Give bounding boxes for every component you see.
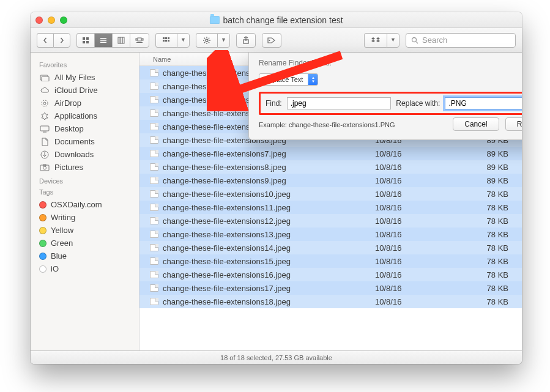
action-menu-button[interactable]: ▼ (217, 33, 230, 48)
svg-point-30 (269, 40, 270, 41)
file-size: 78 KB (467, 243, 522, 253)
sidebar-item-label: Pictures (54, 163, 83, 172)
file-icon (148, 150, 160, 157)
tag-dot-icon (39, 214, 46, 221)
svg-point-35 (43, 102, 46, 105)
sidebar-tag-yellow[interactable]: Yellow (37, 224, 139, 237)
list-view-button[interactable] (94, 33, 112, 48)
share-icon (242, 36, 250, 45)
sidebar-item-applications[interactable]: Applications (37, 109, 139, 122)
close-button[interactable] (35, 17, 43, 24)
cancel-button[interactable]: Cancel (453, 117, 499, 131)
share-button[interactable] (236, 33, 256, 48)
file-size: 78 KB (467, 257, 522, 266)
file-date: 10/8/16 (375, 203, 467, 212)
sidebar-item-all-my-files[interactable]: All My Files (37, 71, 139, 84)
sidebar-item-label: AirDrop (54, 98, 81, 108)
file-icon (148, 96, 160, 103)
applications-icon (39, 112, 50, 120)
sidebar-item-label: iO (51, 264, 59, 273)
coverflow-view-button[interactable] (130, 33, 149, 48)
forward-button[interactable] (53, 33, 70, 48)
file-icon (148, 204, 160, 211)
file-icon (148, 190, 160, 198)
sidebar: Favorites All My Files iCloud Drive AirD… (31, 53, 139, 350)
dropbox-icon (371, 37, 381, 44)
sidebar-item-downloads[interactable]: Downloads (37, 148, 139, 161)
rename-mode-popup[interactable]: Replace Text ▲▼ (259, 73, 318, 86)
sidebar-item-airdrop[interactable]: AirDrop (37, 97, 139, 109)
sidebar-tag-blue[interactable]: Blue (37, 250, 139, 262)
table-row[interactable]: change-these-file-extensions7.jpeg10/8/1… (139, 147, 522, 160)
sidebar-item-label: All My Files (54, 73, 95, 82)
dropbox-menu-button[interactable]: ▼ (387, 33, 399, 48)
back-button[interactable] (37, 33, 53, 48)
action-button[interactable] (196, 33, 217, 48)
sidebar-item-label: Applications (54, 111, 97, 120)
sidebar-item-label: Documents (54, 137, 95, 146)
sidebar-tag-writing[interactable]: Writing (37, 211, 139, 224)
file-name: change-these-file-extensions8.jpeg (160, 163, 375, 172)
file-name: change-these-file-extensions17.jpeg (160, 284, 375, 293)
svg-rect-6 (100, 42, 106, 43)
file-icon (148, 136, 160, 144)
svg-rect-10 (138, 38, 141, 41)
dropbox-button[interactable] (364, 33, 387, 48)
file-name: change-these-file-extensions10.jpeg (160, 190, 375, 199)
table-row[interactable]: change-these-file-extensions18.jpeg10/8/… (139, 295, 522, 308)
table-row[interactable]: change-these-file-extensions15.jpeg10/8/… (139, 254, 522, 268)
sidebar-tag-osxdaily[interactable]: OSXDaily.com (37, 198, 139, 211)
zoom-button[interactable] (60, 17, 67, 24)
svg-rect-3 (86, 41, 89, 43)
sidebar-item-desktop[interactable]: Desktop (37, 122, 139, 135)
file-name: change-these-file-extensions14.jpeg (160, 243, 375, 253)
file-date: 10/8/16 (375, 149, 467, 158)
sheet-title: Rename Finder Items: (259, 59, 522, 67)
tag-dot-icon (39, 253, 46, 260)
chevron-down-icon: ▼ (221, 37, 226, 43)
table-row[interactable]: change-these-file-extensions13.jpeg10/8/… (139, 227, 522, 241)
svg-rect-9 (122, 37, 124, 43)
popup-stepper-icon: ▲▼ (308, 74, 318, 85)
sidebar-tag-io[interactable]: iO (37, 262, 139, 275)
arrange-menu-button[interactable]: ▼ (177, 33, 190, 48)
table-row[interactable]: change-these-file-extensions17.jpeg10/8/… (139, 281, 522, 295)
table-row[interactable]: change-these-file-extensions16.jpeg10/8/… (139, 268, 522, 281)
file-size: 89 KB (467, 163, 522, 172)
svg-rect-11 (136, 39, 137, 40)
table-row[interactable]: change-these-file-extensions11.jpeg10/8/… (139, 201, 522, 214)
column-view-button[interactable] (112, 33, 130, 48)
sidebar-item-icloud-drive[interactable]: iCloud Drive (37, 84, 139, 97)
documents-icon (39, 138, 50, 146)
file-name: change-these-file-extensions7.jpeg (160, 149, 375, 158)
table-row[interactable]: change-these-file-extensions8.jpeg10/8/1… (139, 160, 522, 174)
minimize-button[interactable] (48, 17, 55, 24)
tags-button[interactable] (262, 33, 281, 48)
file-size: 78 KB (467, 284, 522, 293)
file-icon (148, 177, 160, 184)
chevron-left-icon (42, 37, 48, 43)
replace-input[interactable] (445, 97, 522, 109)
titlebar: batch change file extension test (31, 12, 522, 28)
table-row[interactable]: change-these-file-extensions12.jpeg10/8/… (139, 214, 522, 227)
sidebar-item-documents[interactable]: Documents (37, 135, 139, 148)
table-row[interactable]: change-these-file-extensions10.jpeg10/8/… (139, 187, 522, 201)
file-icon (148, 244, 160, 251)
table-row[interactable]: change-these-file-extensions9.jpeg10/8/1… (139, 174, 522, 187)
svg-rect-14 (163, 37, 165, 39)
svg-rect-16 (168, 37, 169, 39)
arrange-button[interactable] (155, 33, 177, 48)
search-placeholder: Search (422, 35, 447, 45)
rename-button[interactable]: Rename (505, 117, 522, 131)
search-field[interactable]: Search (406, 33, 516, 48)
dropbox-segment: ▼ (364, 33, 399, 48)
file-icon (148, 163, 160, 171)
sidebar-tag-green[interactable]: Green (37, 237, 139, 250)
find-input[interactable] (287, 97, 392, 109)
icon-view-button[interactable] (76, 33, 94, 48)
sidebar-item-pictures[interactable]: Pictures (37, 161, 139, 174)
table-row[interactable]: change-these-file-extensions14.jpeg10/8/… (139, 241, 522, 254)
sidebar-item-label: Writing (51, 213, 75, 222)
file-date: 10/8/16 (375, 243, 467, 253)
svg-point-31 (412, 37, 417, 42)
